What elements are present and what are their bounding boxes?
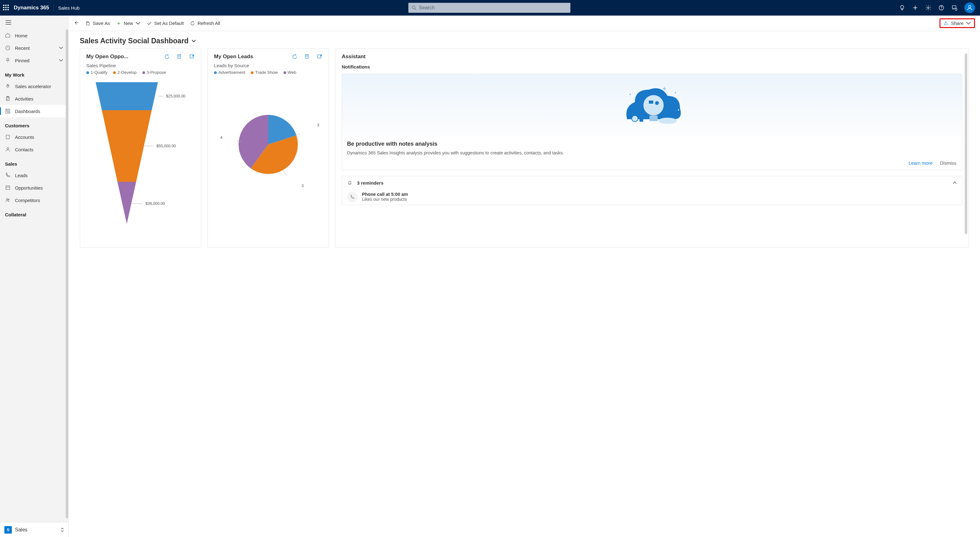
sidebar-group-my-work: My Work bbox=[0, 67, 68, 80]
refresh-icon[interactable] bbox=[164, 54, 170, 59]
chevron-down-icon bbox=[135, 21, 140, 26]
search-input[interactable]: Search bbox=[408, 3, 570, 13]
sidebar-item-sales-accelerator[interactable]: Sales accelerator bbox=[0, 80, 68, 92]
expand-icon[interactable] bbox=[189, 54, 195, 59]
svg-rect-56 bbox=[649, 116, 658, 121]
sidebar-item-activities[interactable]: Activities bbox=[0, 92, 68, 105]
svg-point-60 bbox=[630, 94, 631, 95]
home-icon bbox=[5, 33, 11, 38]
svg-point-8 bbox=[969, 6, 970, 8]
plus-icon[interactable] bbox=[912, 5, 918, 11]
sidebar-item-label: Contacts bbox=[15, 147, 33, 152]
notifications-heading: Notifications bbox=[342, 64, 962, 70]
svg-rect-19 bbox=[8, 112, 10, 113]
back-button[interactable] bbox=[73, 20, 79, 27]
set-default-button[interactable]: Set As Default bbox=[147, 21, 184, 26]
svg-point-0 bbox=[412, 6, 415, 9]
area-selector[interactable]: S Sales bbox=[0, 522, 68, 537]
insight-illustration bbox=[342, 74, 962, 137]
save-icon bbox=[85, 21, 90, 26]
main-area: Save As New Set As Default Refresh All bbox=[68, 16, 980, 537]
refresh-icon bbox=[190, 21, 195, 26]
svg-point-7 bbox=[955, 8, 957, 11]
svg-line-51 bbox=[282, 169, 290, 176]
sidebar-item-leads[interactable]: Leads bbox=[0, 169, 68, 181]
learn-more-link[interactable]: Learn more bbox=[908, 160, 933, 165]
share-button[interactable]: Share bbox=[943, 21, 971, 26]
sidebar-item-opportunities[interactable]: Opportunities bbox=[0, 181, 68, 194]
share-icon bbox=[943, 21, 948, 26]
sidebar-item-home[interactable]: Home bbox=[0, 29, 68, 42]
sidebar-item-competitors[interactable]: Competitors bbox=[0, 194, 68, 207]
building-icon bbox=[5, 134, 11, 140]
app-name-label[interactable]: Sales Hub bbox=[58, 5, 80, 11]
sidebar-item-label: Home bbox=[15, 33, 27, 38]
divider bbox=[53, 4, 54, 11]
svg-point-25 bbox=[7, 148, 9, 149]
phone-icon bbox=[347, 192, 358, 202]
funnel-label-2: $55,000.00 bbox=[156, 144, 176, 148]
refresh-label: Refresh All bbox=[197, 21, 220, 26]
svg-rect-54 bbox=[649, 100, 653, 104]
reminders-header[interactable]: 3 reminders bbox=[342, 176, 962, 189]
svg-point-13 bbox=[8, 85, 8, 86]
assistant-icon[interactable] bbox=[951, 5, 958, 11]
save-as-button[interactable]: Save As bbox=[85, 21, 110, 26]
gear-icon[interactable] bbox=[925, 5, 931, 11]
dismiss-link[interactable]: Dismiss bbox=[940, 160, 957, 165]
insight-body: Dynamics 365 Sales Insights analysis pro… bbox=[342, 150, 962, 156]
sidebar-item-label: Accounts bbox=[15, 135, 34, 140]
sidebar-item-pinned[interactable]: Pinned bbox=[0, 54, 68, 67]
sidebar-group-sales: Sales bbox=[0, 156, 68, 169]
svg-point-55 bbox=[655, 101, 659, 105]
dashboard-icon bbox=[5, 108, 11, 114]
page-title: Sales Activity Social Dashboard bbox=[80, 37, 188, 45]
sidebar-item-label: Pinned bbox=[15, 58, 30, 63]
page-title-row[interactable]: Sales Activity Social Dashboard bbox=[68, 31, 980, 48]
pie-label-web: 4 bbox=[220, 135, 223, 140]
records-icon[interactable] bbox=[304, 54, 310, 59]
sidebar-group-collateral: Collateral bbox=[0, 207, 68, 220]
chevron-down-icon bbox=[59, 58, 63, 63]
lightbulb-icon[interactable] bbox=[899, 5, 905, 11]
svg-rect-16 bbox=[6, 109, 7, 110]
scrollbar[interactable] bbox=[66, 29, 68, 518]
pie-label-ad: 3 bbox=[317, 123, 319, 127]
records-icon[interactable] bbox=[177, 54, 182, 59]
top-nav: Dynamics 365 Sales Hub Search bbox=[0, 0, 980, 16]
insight-title: Be productive with notes analysis bbox=[342, 137, 962, 150]
avatar[interactable] bbox=[964, 3, 975, 13]
sidebar-item-dashboards[interactable]: Dashboards bbox=[0, 105, 68, 118]
chevron-down-icon bbox=[59, 46, 63, 50]
svg-rect-37 bbox=[190, 55, 193, 58]
app-launcher-icon[interactable] bbox=[3, 5, 10, 11]
sidebar-item-accounts[interactable]: Accounts bbox=[0, 131, 68, 143]
card-title: Assistant bbox=[342, 54, 366, 60]
svg-rect-59 bbox=[640, 116, 643, 122]
expand-icon[interactable] bbox=[317, 54, 322, 59]
reminder-item[interactable]: Phone call at 5:00 am Likes our new prod… bbox=[342, 189, 962, 205]
share-button-highlight: Share bbox=[940, 18, 975, 28]
sidebar-group-customers: Customers bbox=[0, 118, 68, 131]
svg-rect-17 bbox=[8, 109, 10, 111]
person-icon bbox=[966, 4, 973, 11]
rocket-icon bbox=[5, 83, 11, 89]
clock-icon bbox=[5, 45, 11, 51]
svg-rect-20 bbox=[6, 135, 10, 139]
sidebar-item-contacts[interactable]: Contacts bbox=[0, 143, 68, 156]
refresh-icon[interactable] bbox=[292, 54, 298, 59]
share-label: Share bbox=[951, 21, 964, 26]
area-label: Sales bbox=[15, 527, 27, 533]
chart-subtitle: Sales Pipeline bbox=[86, 63, 195, 68]
search-placeholder: Search bbox=[419, 5, 435, 11]
pin-icon bbox=[5, 57, 11, 63]
refresh-button[interactable]: Refresh All bbox=[190, 21, 220, 26]
help-icon[interactable] bbox=[938, 5, 945, 11]
svg-marker-41 bbox=[118, 182, 136, 224]
hamburger-button[interactable] bbox=[0, 16, 68, 29]
sidebar-item-recent[interactable]: Recent bbox=[0, 42, 68, 54]
funnel-legend: 1-Qualify 2-Develop 3-Propose bbox=[86, 70, 195, 75]
scrollbar[interactable] bbox=[965, 54, 967, 234]
svg-line-1 bbox=[415, 8, 416, 10]
new-button[interactable]: New bbox=[116, 21, 140, 26]
